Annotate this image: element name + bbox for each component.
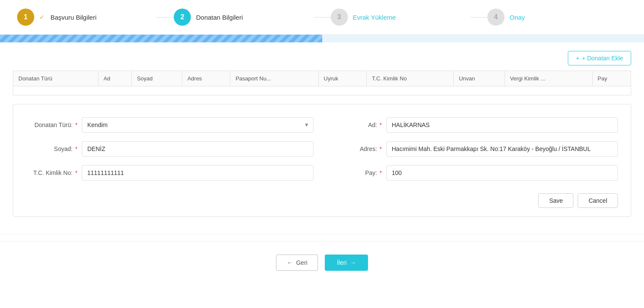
table-body [13,86,631,95]
step-3: 3 Evrak Yükleme [331,9,470,26]
form-row-1: Donatan Türü: * Kendim Başkası ▼ Ad: * [26,117,618,133]
bottom-divider [0,234,644,234]
step-4: 4 Onay [487,9,627,26]
form-actions: Save Cancel [26,189,618,208]
step-2-number: 2 [181,13,184,21]
step-divider-2 [314,17,331,18]
field-donatan-turu: Donatan Türü: * Kendim Başkası ▼ [26,117,314,133]
arrow-left-icon: ← [287,259,293,266]
ad-label: Ad: * [331,121,382,128]
required-mark: * [75,121,77,128]
step-1-number: 1 [24,13,28,21]
donatan-turu-select-wrap: Kendim Başkası ▼ [82,117,314,133]
bottom-nav: ← Geri İleri → [0,241,644,284]
field-soyad: Soyad: * [26,141,314,157]
col-uyruk: Uyruk [318,71,366,86]
step-2-circle: 2 [174,9,191,26]
field-adres: Adres: * [331,141,618,157]
adres-required-mark: * [380,145,382,152]
col-donatan-turu: Donatan Türü [13,71,98,86]
step-1-label: Başvuru Bilgileri [50,14,97,21]
pay-label: Pay: * [331,169,382,176]
next-button[interactable]: İleri → [325,255,368,271]
add-donatan-button[interactable]: + + Donatan Ekle [568,51,631,65]
table-header-row: Donatan Türü Ad Soyad Adres Pasaport Nu.… [13,71,631,86]
soyad-required-mark: * [75,145,77,152]
donatan-turu-select[interactable]: Kendim Başkası [82,117,314,133]
step-4-number: 4 [494,13,498,21]
step-2: 2 Donatan Bilgileri [174,9,313,26]
arrow-right-icon: → [350,259,356,266]
add-btn-row: + + Donatan Ekle [13,51,631,65]
back-button[interactable]: ← Geri [276,255,318,271]
step-3-circle: 3 [331,9,348,26]
tc-kimlik-input[interactable] [82,165,314,181]
form-row-3: T.C. Kimlik No: * Pay: * [26,165,618,181]
back-label: Geri [296,259,307,266]
next-label: İleri [337,259,347,266]
add-donatan-label: + Donatan Ekle [582,55,623,62]
col-pasaport: Pasaport Nu... [230,71,318,86]
pay-input[interactable] [386,165,618,181]
donatan-turu-label: Donatan Türü: * [26,121,77,128]
table-empty-row [13,86,631,95]
ad-required-mark: * [380,121,382,128]
field-pay: Pay: * [331,165,618,181]
col-pay: Pay [592,71,631,86]
col-adres: Adres [182,71,230,86]
form-row-2: Soyad: * Adres: * [26,141,618,157]
step-1-check: ✓ [39,14,45,21]
col-unvan: Unvan [454,71,505,86]
cancel-button[interactable]: Cancel [578,193,618,208]
adres-label: Adres: * [331,145,382,152]
adres-input[interactable] [386,141,618,157]
step-1: 1 ✓ Başvuru Bilgileri [17,9,157,26]
ad-input[interactable] [386,117,618,133]
tc-kimlik-label: T.C. Kimlik No: * [26,169,77,176]
step-4-circle: 4 [487,9,505,26]
step-divider-1 [157,17,174,18]
tc-required-mark: * [75,169,77,176]
step-2-label: Donatan Bilgileri [196,14,243,21]
field-tc-kimlik: T.C. Kimlik No: * [26,165,314,181]
pay-required-mark: * [380,169,382,176]
main-content: + + Donatan Ekle Donatan Türü Ad Soyad A… [0,42,644,234]
col-soyad: Soyad [131,71,182,86]
progress-bar [0,35,644,42]
soyad-label: Soyad: * [26,145,77,152]
save-button[interactable]: Save [538,193,573,208]
step-4-label: Onay [510,14,525,21]
col-vergi-kimlik: Vergi Kimlik ... [505,71,592,86]
soyad-input[interactable] [82,141,314,157]
field-ad: Ad: * [331,117,618,133]
plus-icon: + [576,55,579,62]
stepper: 1 ✓ Başvuru Bilgileri 2 Donatan Bilgiler… [0,0,644,35]
donatan-table: Donatan Türü Ad Soyad Adres Pasaport Nu.… [13,71,631,95]
col-tc-kimlik: T.C. Kimlik No [367,71,454,86]
step-1-circle: 1 [17,9,34,26]
step-divider-3 [470,17,487,18]
step-3-number: 3 [337,13,341,21]
step-3-label: Evrak Yükleme [353,14,396,21]
donatan-form: Donatan Türü: * Kendim Başkası ▼ Ad: * [13,104,631,217]
progress-bar-fill [0,35,322,42]
col-ad: Ad [98,71,131,86]
